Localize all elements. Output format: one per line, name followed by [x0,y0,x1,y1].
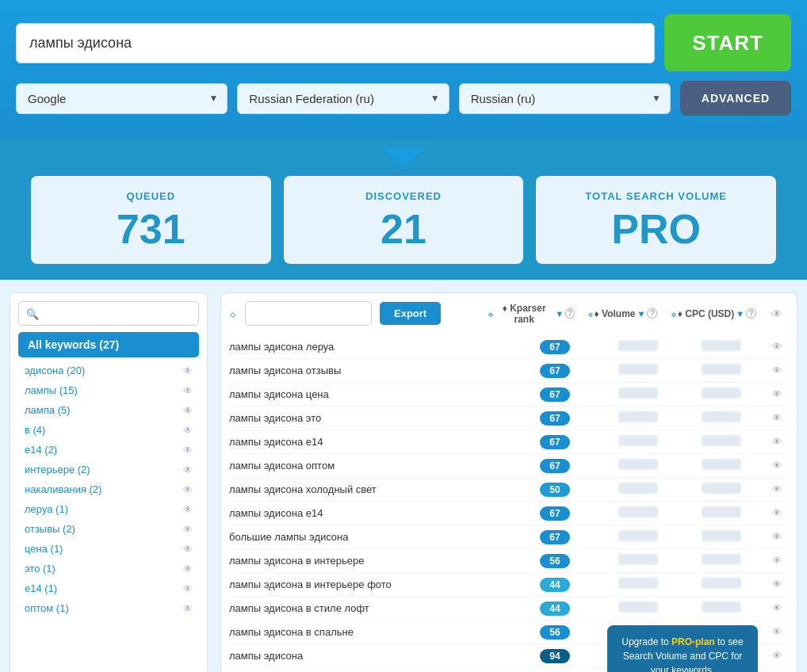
keyword-row-eye-icon[interactable]: 👁 [765,531,789,543]
keyword-row-eye-icon[interactable]: 👁 [765,460,789,472]
keyword-eye-icon[interactable]: 👁 [183,464,193,475]
keyword-volume [599,388,678,402]
keyword-rank: 67 [511,339,599,354]
col-cpc-header: ⬦ ♦ CPC (USD) ▼ ? [670,308,757,319]
cpc-info-icon[interactable]: ? [746,308,756,319]
keyword-list-item[interactable]: лампа (5)👁 [18,400,199,420]
keyword-rank: 67 [511,506,599,521]
keyword-row-eye-icon[interactable]: 👁 [765,626,789,638]
left-search-wrap: 🔍 [18,301,199,326]
keyword-row-eye-icon[interactable]: 👁 [765,341,789,353]
sort-icon[interactable]: ⬦ [229,307,237,321]
keyword-eye-icon[interactable]: 👁 [183,385,193,396]
keyword-eye-icon[interactable]: 👁 [183,583,193,594]
volume-filter-icon[interactable]: ▼ [637,309,646,319]
volume-value-blurred [618,364,658,375]
keyword-row-eye-icon[interactable]: 👁 [765,388,789,400]
keyword-eye-icon[interactable]: 👁 [183,445,193,456]
keyword-link[interactable]: эдисона (20) [25,365,85,376]
keyword-link[interactable]: леруа (1) [25,503,68,515]
keyword-list-item[interactable]: e14 (1)👁 [18,578,199,598]
keyword-eye-icon[interactable]: 👁 [183,425,193,436]
engine-dropdown[interactable]: Google Bing Yahoo [16,83,228,114]
cpc-value-blurred [702,483,741,494]
keyword-link[interactable]: отзывы (2) [25,523,75,535]
keyword-row-eye-icon[interactable]: 👁 [765,365,789,376]
language-dropdown[interactable]: Russian (ru) English (en) German (de) [459,83,671,114]
keyword-link[interactable]: e14 (1) [25,582,57,594]
col-eye-header[interactable]: 👁 [765,307,789,320]
keyword-row-eye-icon[interactable]: 👁 [765,507,789,519]
keyword-list-item[interactable]: эдисона (20)👁 [18,361,199,380]
country-dropdown[interactable]: Russian Federation (ru) United States (u… [237,83,449,114]
rank-info-icon[interactable]: ? [565,308,575,319]
dropdowns-row: Google Bing Yahoo ▼ Russian Federation (… [16,81,791,116]
keyword-row-eye-icon[interactable]: 👁 [765,412,789,424]
all-keywords-item[interactable]: All keywords (27) [18,332,199,357]
keyword-link[interactable]: лампы (15) [25,384,78,396]
keyword-link[interactable]: в (4) [25,424,45,436]
keyword-link[interactable]: цена (1) [25,543,63,555]
keyword-cpc [678,554,765,568]
keyword-eye-icon[interactable]: 👁 [183,563,193,575]
keyword-text: лампы эдисона е14 [229,436,511,448]
cpc-sort-icon[interactable]: ⬦ [671,308,676,319]
rank-filter-icon[interactable]: ▼ [555,309,564,319]
keyword-eye-icon[interactable]: 👁 [183,504,193,515]
keyword-eye-icon[interactable]: 👁 [183,603,193,614]
keyword-eye-icon[interactable]: 👁 [183,524,193,535]
keyword-list-item[interactable]: цена (1)👁 [18,539,199,559]
keyword-link[interactable]: e14 (2) [25,444,57,456]
right-toolbar: ⬦ Export ⬦ ♦ Kparser rank ▼ ? ⬦ ♦ Volume… [229,301,789,326]
volume-stat-box: TOTAL SEARCH VOLUME PRO [536,176,776,264]
keyword-list-item[interactable]: это (1)👁 [18,559,199,578]
volume-value-blurred [618,601,658,613]
keyword-rank: 67 [511,363,599,378]
left-panel: 🔍 All keywords (27) эдисона (20)👁лампы (… [10,292,208,672]
cpc-filter-icon[interactable]: ▼ [736,309,744,319]
keyword-row-eye-icon[interactable]: 👁 [765,555,789,567]
keyword-list-item[interactable]: оптом (1)👁 [18,598,199,618]
keyword-list-item[interactable]: в (4)👁 [18,420,199,440]
keyword-rank: 67 [511,529,599,544]
keyword-list-item[interactable]: лампы (15)👁 [18,380,199,400]
keyword-list-item[interactable]: интерьере (2)👁 [18,460,199,479]
keyword-search-input[interactable]: лампы эдисона [16,23,655,63]
keyword-rank: 67 [511,387,599,402]
keyword-link[interactable]: интерьере (2) [25,464,90,475]
keyword-link[interactable]: лампа (5) [25,404,71,416]
advanced-button[interactable]: ADVANCED [680,81,791,116]
pro-upgrade-tooltip: Upgrade to PRO-plan to see Search Volume… [607,625,758,672]
keyword-eye-icon[interactable]: 👁 [183,544,193,555]
keyword-eye-icon[interactable]: 👁 [183,484,193,495]
keyword-row-eye-icon[interactable]: 👁 [765,483,789,495]
cpc-value-blurred [702,340,741,351]
rank-sort-icon[interactable]: ⬦ [488,308,493,319]
keyword-list-item[interactable]: накаливания (2)👁 [18,479,199,499]
keyword-link[interactable]: накаливания (2) [25,483,101,495]
keyword-row-eye-icon[interactable]: 👁 [765,650,789,662]
export-button[interactable]: Export [380,302,441,325]
volume-info-icon[interactable]: ? [647,308,657,319]
queued-stat-box: QUEUED 731 [31,176,271,264]
keyword-link[interactable]: это (1) [25,563,55,575]
volume-value-blurred [618,435,658,446]
keyword-filter-input[interactable] [18,301,199,326]
volume-sort-icon[interactable]: ⬦ [587,308,593,319]
volume-label: TOTAL SEARCH VOLUME [544,190,768,202]
start-button[interactable]: START [664,14,791,71]
keyword-eye-icon[interactable]: 👁 [183,365,193,376]
keyword-volume [599,459,678,473]
keyword-list-item[interactable]: e14 (2)👁 [18,440,199,460]
keyword-row-eye-icon[interactable]: 👁 [765,436,789,448]
keyword-volume [599,364,678,378]
keyword-row-eye-icon[interactable]: 👁 [765,578,789,590]
keyword-rank: 56 [511,624,599,640]
keyword-list-item[interactable]: леруа (1)👁 [18,499,199,519]
keyword-row-eye-icon[interactable]: 👁 [765,602,789,614]
keyword-eye-icon[interactable]: 👁 [183,405,193,416]
keyword-list-item[interactable]: отзывы (2)👁 [18,519,199,539]
keyword-link[interactable]: оптом (1) [25,602,69,614]
right-search-input[interactable] [245,301,372,326]
volume-value-blurred [618,530,658,541]
